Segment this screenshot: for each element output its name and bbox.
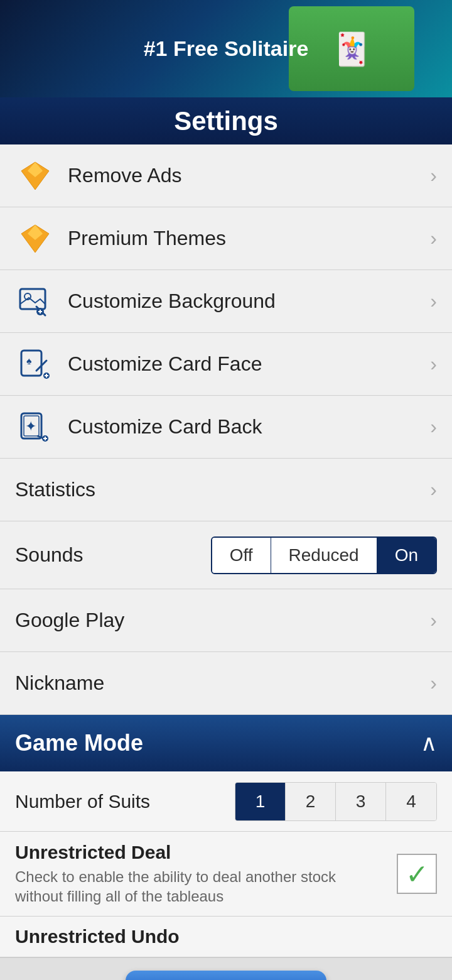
svg-text:✦: ✦ [25, 418, 36, 434]
unrestricted-deal-checkbox[interactable]: ✓ [397, 854, 437, 894]
page-title: Settings [174, 106, 278, 136]
checkmark-icon: ✓ [406, 858, 429, 890]
premium-diamond-icon [15, 219, 55, 259]
suits-1-button[interactable]: 1 [235, 783, 286, 820]
game-mode-chevron-up: ∧ [421, 730, 437, 756]
game-mode-header[interactable]: Game Mode ∧ [0, 715, 452, 771]
card-back-icon: ✦ [15, 407, 55, 447]
settings-list: Remove Ads › Premium Themes › Custo [0, 144, 452, 715]
background-icon [15, 281, 55, 322]
svg-text:♠: ♠ [26, 356, 32, 366]
nickname-label: Nickname [15, 672, 425, 695]
unrestricted-deal-text: Unrestricted Deal Check to enable the ab… [15, 842, 387, 906]
premium-themes-label: Premium Themes [68, 227, 425, 250]
customize-card-back-item[interactable]: ✦ Customize Card Back › [0, 396, 452, 459]
number-of-suits-row: Number of Suits 1 2 3 4 [0, 771, 452, 832]
customize-background-label: Customize Background [68, 290, 425, 313]
suits-3-button[interactable]: 3 [336, 783, 386, 820]
statistics-item[interactable]: Statistics › [0, 459, 452, 521]
sounds-off-button[interactable]: Off [212, 538, 271, 573]
suits-4-button[interactable]: 4 [386, 783, 436, 820]
done-button[interactable]: Done [126, 971, 326, 980]
unrestricted-undo-label: Unrestricted Undo [15, 926, 180, 947]
customize-card-face-chevron: › [430, 352, 437, 376]
ad-text: #1 Free Solitaire [144, 36, 309, 61]
remove-ads-item[interactable]: Remove Ads › [0, 144, 452, 207]
unrestricted-undo-row[interactable]: Unrestricted Undo [0, 917, 452, 957]
diamond-icon [15, 156, 55, 196]
customize-background-chevron: › [430, 290, 437, 313]
sounds-toggle-group: Off Reduced On [211, 536, 437, 574]
suits-label: Number of Suits [15, 791, 235, 812]
suits-2-button[interactable]: 2 [286, 783, 336, 820]
remove-ads-label: Remove Ads [68, 164, 425, 187]
sounds-item: Sounds Off Reduced On [0, 521, 452, 589]
google-play-chevron: › [430, 609, 437, 632]
sounds-label: Sounds [15, 543, 211, 567]
remove-ads-chevron: › [430, 164, 437, 187]
nickname-item[interactable]: Nickname › [0, 652, 452, 715]
unrestricted-deal-title: Unrestricted Deal [15, 842, 387, 863]
done-bar: Done [0, 957, 452, 980]
nickname-chevron: › [430, 672, 437, 695]
google-play-item[interactable]: Google Play › [0, 589, 452, 652]
settings-header: Settings [0, 97, 452, 144]
google-play-label: Google Play [15, 609, 425, 632]
statistics-label: Statistics [15, 478, 425, 501]
customize-card-back-chevron: › [430, 415, 437, 438]
svg-rect-4 [20, 289, 45, 309]
unrestricted-deal-description: Check to enable the ability to deal anot… [15, 867, 387, 906]
sounds-on-button[interactable]: On [377, 538, 436, 573]
suits-toggle-group: 1 2 3 4 [235, 782, 437, 821]
game-mode-title: Game Mode [15, 730, 421, 756]
unrestricted-deal-row[interactable]: Unrestricted Deal Check to enable the ab… [0, 832, 452, 917]
customize-background-item[interactable]: Customize Background › [0, 270, 452, 333]
premium-themes-item[interactable]: Premium Themes › [0, 207, 452, 270]
statistics-chevron: › [430, 478, 437, 501]
customize-card-face-label: Customize Card Face [68, 352, 425, 376]
sounds-reduced-button[interactable]: Reduced [271, 538, 377, 573]
customize-card-back-label: Customize Card Back [68, 415, 425, 438]
card-face-icon: ♠ [15, 344, 55, 384]
customize-card-face-item[interactable]: ♠ Customize Card Face › [0, 333, 452, 396]
ad-banner[interactable]: #1 Free Solitaire 🃏 [0, 0, 452, 97]
premium-themes-chevron: › [430, 227, 437, 250]
